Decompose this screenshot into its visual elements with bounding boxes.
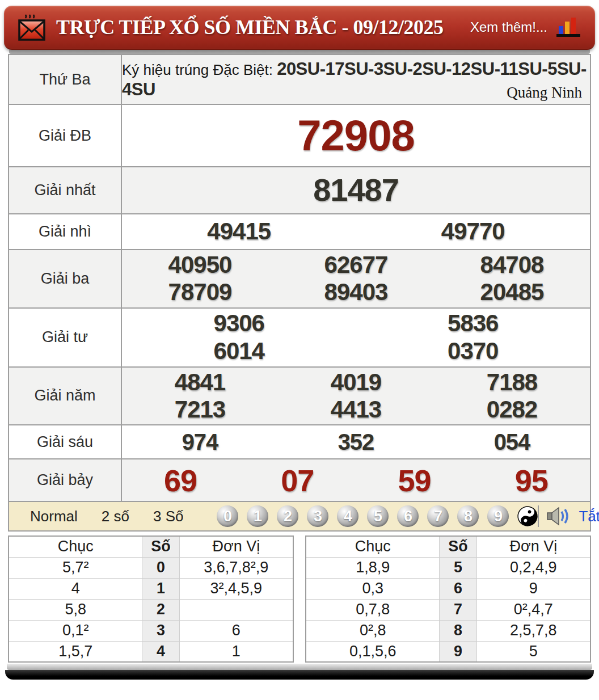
prize-number: 4019 bbox=[331, 369, 381, 396]
tens-cell: 0,1² bbox=[9, 620, 142, 641]
mode-button-normal[interactable]: Normal bbox=[18, 508, 90, 525]
table-row-first-prize: Giải nhất 81487 bbox=[9, 167, 590, 214]
units-cell: 1 bbox=[179, 641, 293, 662]
table-row: 0,7,8 7 0²,4,7 bbox=[306, 599, 590, 620]
digit-cell: 2 bbox=[142, 599, 179, 620]
table-row: 5,8 2 bbox=[9, 599, 293, 620]
symbol-prefix: Ký hiệu trúng Đặc Biệt: bbox=[122, 61, 277, 78]
digit-ball-5[interactable]: 5 bbox=[367, 505, 389, 527]
table-row: 1,8,9 5 0,2,4,9 bbox=[306, 557, 590, 578]
digit-cell: 3 bbox=[142, 620, 179, 641]
prize-label: Giải sáu bbox=[9, 425, 121, 459]
digit-cell: 6 bbox=[440, 578, 476, 599]
mode-button-3-digits[interactable]: 3 Số bbox=[141, 508, 196, 525]
table-row: 5,7² 0 3,6,7,8²,9 bbox=[9, 557, 293, 578]
digit-ball-6[interactable]: 6 bbox=[397, 505, 419, 527]
prize-number: 6014 bbox=[214, 338, 264, 365]
tens-cell: 1,8,9 bbox=[306, 557, 440, 578]
prize-number: 81487 bbox=[313, 172, 399, 208]
digit-ball-7[interactable]: 7 bbox=[427, 505, 449, 527]
mode-button-2-digits[interactable]: 2 số bbox=[90, 508, 141, 525]
tens-cell: 0,3 bbox=[306, 578, 440, 599]
sound-controls: Tắt âm bbox=[538, 505, 599, 527]
digit-ball-0[interactable]: 0 bbox=[217, 505, 238, 527]
digit-cell: 9 bbox=[440, 641, 476, 662]
prize-label: Giải ĐB bbox=[9, 104, 121, 167]
prize-number: 4841 bbox=[175, 369, 225, 396]
digit-ball-4[interactable]: 4 bbox=[337, 505, 358, 527]
speaker-icon[interactable] bbox=[547, 507, 571, 526]
prize-number: 974 bbox=[182, 429, 218, 455]
units-header: Đơn Vị bbox=[179, 536, 293, 557]
table-header-row: Chục Số Đơn Vị bbox=[306, 536, 590, 557]
table-row-seventh-prize: Giải bảy 69 07 59 95 bbox=[9, 459, 590, 501]
table-row: 0,1,5,6 9 5 bbox=[306, 641, 590, 662]
lottery-widget: TRỰC TIẾP XỔ SỐ MIỀN BẮC - 09/12/2025 Xe… bbox=[0, 6, 599, 680]
weekday-label: Thứ Ba bbox=[9, 54, 121, 104]
digit-cell: 4 bbox=[142, 641, 179, 662]
digit-ball-9[interactable]: 9 bbox=[487, 505, 509, 527]
table-row: 4 1 3²,4,5,9 bbox=[9, 578, 293, 599]
prize-number: 7213 bbox=[175, 396, 225, 423]
prize-label: Giải năm bbox=[9, 367, 121, 425]
prize-number: 352 bbox=[338, 429, 374, 455]
control-bar: Normal 2 số 3 Số 0 1 2 3 4 5 6 7 8 9 bbox=[8, 502, 591, 532]
tens-cell: 1,5,7 bbox=[9, 641, 142, 662]
bottom-silver-strip bbox=[7, 664, 592, 670]
mute-button[interactable]: Tắt âm bbox=[579, 508, 599, 525]
prize-number: 49770 bbox=[441, 218, 505, 245]
table-row: 0,1² 3 6 bbox=[9, 620, 293, 641]
prize-number: 49415 bbox=[207, 218, 271, 245]
table-row: 0²,8 8 2,5,7,8 bbox=[306, 620, 590, 641]
units-cell: 0²,4,7 bbox=[476, 599, 590, 620]
see-more-link[interactable]: Xem thêm!... bbox=[470, 19, 547, 35]
digit-ball-1[interactable]: 1 bbox=[247, 505, 268, 527]
tens-cell: 5,8 bbox=[9, 599, 142, 620]
prize-label: Giải nhì bbox=[9, 214, 121, 250]
prize-number: 84708 bbox=[480, 251, 544, 279]
prize-label: Giải nhất bbox=[9, 167, 121, 214]
prize-number: 054 bbox=[494, 429, 530, 455]
bottom-frame-bar bbox=[5, 670, 594, 680]
prize-label: Giải tư bbox=[9, 308, 121, 367]
bar-chart-icon[interactable] bbox=[555, 16, 581, 39]
table-header-row: Chục Số Đơn Vị bbox=[9, 536, 293, 557]
digit-table-right: Chục Số Đơn Vị 1,8,9 5 0,2,4,9 0,3 6 9 0… bbox=[305, 535, 591, 663]
prize-number: 40950 bbox=[168, 251, 232, 279]
tens-cell: 4 bbox=[9, 578, 142, 599]
units-cell: 6 bbox=[179, 620, 293, 641]
prize-number: 69 bbox=[164, 463, 197, 498]
yin-yang-icon[interactable] bbox=[514, 503, 542, 530]
prize-number: 07 bbox=[281, 463, 314, 498]
prize-number: 9306 bbox=[214, 310, 264, 337]
digit-ball-8[interactable]: 8 bbox=[457, 505, 479, 527]
digit-header: Số bbox=[142, 536, 179, 557]
table-row-symbol: Thứ Ba Ký hiệu trúng Đặc Biệt: 20SU-17SU… bbox=[9, 54, 590, 104]
units-header: Đơn Vị bbox=[476, 536, 590, 557]
table-row-special-prize: Giải ĐB 72908 bbox=[9, 104, 590, 167]
prize-number: 95 bbox=[515, 463, 548, 498]
prize-number: 0370 bbox=[448, 338, 498, 365]
digit-frequency-section: Chục Số Đơn Vị 5,7² 0 3,6,7,8²,9 4 1 3²,… bbox=[8, 535, 591, 663]
prize-number: 72908 bbox=[297, 111, 414, 160]
tens-cell: 5,7² bbox=[9, 557, 142, 578]
prize-number: 89403 bbox=[324, 279, 388, 306]
units-cell: 3²,4,5,9 bbox=[179, 578, 293, 599]
digit-ball-2[interactable]: 2 bbox=[277, 505, 298, 527]
digit-header: Số bbox=[440, 536, 476, 557]
tens-cell: 0,7,8 bbox=[306, 599, 440, 620]
digit-cell: 8 bbox=[440, 620, 476, 641]
table-row-second-prize: Giải nhì 49415 49770 bbox=[9, 214, 590, 250]
prize-number: 5836 bbox=[448, 310, 498, 337]
table-row-sixth-prize: Giải sáu 974 352 054 bbox=[9, 425, 590, 459]
table-row: 0,3 6 9 bbox=[306, 578, 590, 599]
units-cell: 3,6,7,8²,9 bbox=[179, 557, 293, 578]
table-row: 1,5,7 4 1 bbox=[9, 641, 293, 662]
digit-table-left: Chục Số Đơn Vị 5,7² 0 3,6,7,8²,9 4 1 3²,… bbox=[8, 535, 294, 663]
tens-header: Chục bbox=[9, 536, 142, 557]
table-row-third-prize: Giải ba 40950 62677 84708 78709 89403 20… bbox=[9, 250, 590, 308]
tens-cell: 0²,8 bbox=[306, 620, 440, 641]
digit-ball-3[interactable]: 3 bbox=[307, 505, 328, 527]
prize-number: 0282 bbox=[487, 396, 537, 423]
page-title: TRỰC TIẾP XỔ SỐ MIỀN BẮC - 09/12/2025 bbox=[56, 15, 444, 39]
